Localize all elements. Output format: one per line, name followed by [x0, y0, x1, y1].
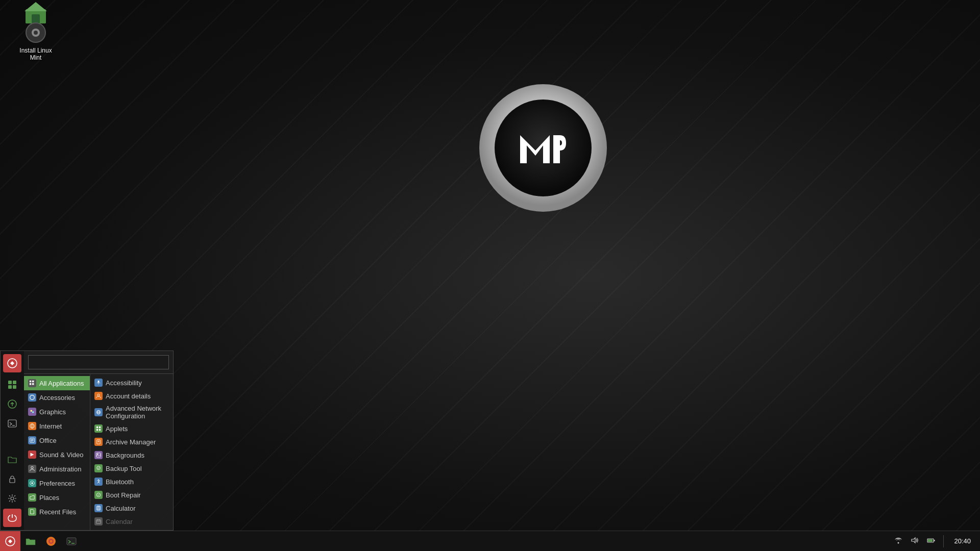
svg-marker-71: [912, 538, 915, 543]
menu-search-area: [24, 351, 173, 374]
category-all-label: All Applications: [39, 380, 84, 387]
sidebar-power-button[interactable]: [3, 509, 21, 527]
svg-rect-54: [97, 508, 98, 509]
sidebar-update-button[interactable]: [3, 395, 21, 413]
app-calculator-icon: [94, 504, 103, 512]
svg-rect-57: [97, 509, 98, 510]
category-accessories-label: Accessories: [39, 394, 75, 402]
svg-rect-74: [928, 539, 933, 542]
app-bluetooth[interactable]: Bluetooth: [90, 475, 173, 488]
svg-point-51: [96, 493, 101, 497]
app-calendar[interactable]: Calendar: [90, 515, 173, 528]
svg-point-26: [32, 411, 34, 413]
taskbar: 20:40: [0, 531, 980, 551]
taskbar-separator: [943, 535, 944, 547]
app-boot-repair[interactable]: Boot Repair: [90, 488, 173, 502]
category-places[interactable]: Places: [24, 490, 90, 505]
app-bluetooth-label: Bluetooth: [106, 478, 134, 486]
category-preferences-label: Preferences: [39, 480, 75, 487]
svg-point-28: [31, 424, 33, 429]
taskbar-start-button[interactable]: [0, 531, 20, 552]
svg-rect-11: [13, 381, 16, 384]
svg-point-8: [34, 31, 38, 35]
sidebar-mint-button[interactable]: [3, 354, 21, 372]
sidebar-terminal-button[interactable]: [3, 414, 21, 433]
app-advanced-network-icon: [94, 408, 103, 416]
desktop-icon-install-mint[interactable]: Install Linux Mint: [15, 20, 56, 61]
menu-search-input[interactable]: [28, 355, 169, 369]
svg-point-34: [31, 466, 33, 468]
svg-rect-44: [96, 429, 98, 431]
svg-point-27: [30, 424, 35, 429]
app-backup-tool[interactable]: Backup Tool: [90, 462, 173, 475]
app-advanced-network[interactable]: Advanced Network Configuration: [90, 403, 173, 422]
app-boot-repair-icon: [94, 491, 103, 499]
app-accessibility-icon: [94, 379, 103, 387]
app-backgrounds[interactable]: Backgrounds: [90, 448, 173, 462]
app-advanced-network-label: Advanced Network Configuration: [106, 405, 169, 420]
app-calculator[interactable]: Calculator: [90, 502, 173, 515]
start-menu: All Applications Accessories Graphics: [0, 350, 174, 531]
app-applets-icon: [94, 424, 103, 433]
taskbar-clock[interactable]: 20:40: [950, 537, 975, 545]
svg-rect-73: [934, 540, 935, 541]
svg-rect-59: [99, 509, 100, 510]
taskbar-terminal-button[interactable]: [61, 531, 82, 552]
category-administration[interactable]: Administration: [24, 462, 90, 476]
category-graphics-label: Graphics: [39, 408, 66, 416]
desktop: Home Install Linux Mint: [0, 0, 980, 551]
app-backup-tool-label: Backup Tool: [106, 465, 142, 472]
category-administration-label: Administration: [39, 465, 81, 473]
app-account-details[interactable]: Account details: [90, 389, 173, 403]
app-archive-manager-label: Archive Manager: [106, 438, 156, 446]
taskbar-firefox-button[interactable]: [41, 531, 61, 552]
svg-point-70: [898, 542, 899, 544]
app-archive-manager[interactable]: Archive Manager: [90, 435, 173, 448]
svg-point-24: [30, 395, 35, 400]
category-places-label: Places: [39, 494, 59, 502]
app-account-details-label: Account details: [106, 392, 151, 400]
app-bluetooth-icon: [94, 478, 103, 486]
svg-point-38: [97, 394, 100, 396]
app-boot-repair-label: Boot Repair: [106, 491, 141, 499]
svg-rect-43: [99, 427, 101, 428]
svg-point-35: [31, 482, 33, 484]
svg-rect-58: [98, 509, 99, 510]
tray-volume-icon[interactable]: [909, 535, 921, 547]
svg-rect-60: [96, 520, 101, 523]
svg-rect-42: [96, 427, 98, 428]
app-calendar-label: Calendar: [106, 518, 133, 525]
svg-rect-56: [99, 508, 100, 509]
menu-main: All Applications Accessories Graphics: [24, 351, 173, 530]
svg-point-19: [11, 497, 14, 500]
install-mint-icon: [23, 20, 48, 45]
app-accessibility-label: Accessibility: [106, 379, 142, 387]
category-all-applications[interactable]: All Applications: [24, 376, 90, 390]
sidebar-software-button[interactable]: [3, 375, 21, 394]
category-accessories[interactable]: Accessories: [24, 390, 90, 405]
app-backgrounds-icon: [94, 451, 103, 459]
category-graphics[interactable]: Graphics: [24, 405, 90, 419]
sidebar-settings-button[interactable]: [3, 489, 21, 508]
svg-rect-18: [10, 479, 15, 483]
menu-sidebar: [1, 351, 24, 530]
svg-rect-23: [32, 383, 34, 385]
tray-network-icon[interactable]: [892, 535, 904, 547]
category-recent-files[interactable]: Recent Files: [24, 505, 90, 519]
sidebar-lock-button[interactable]: [3, 470, 21, 488]
app-applets[interactable]: Applets: [90, 422, 173, 435]
app-accessibility[interactable]: Accessibility: [90, 376, 173, 389]
category-preferences[interactable]: Preferences: [24, 476, 90, 490]
category-sound-video[interactable]: Sound & Video: [24, 447, 90, 462]
taskbar-right: 20:40: [892, 535, 980, 547]
category-internet[interactable]: Internet: [24, 419, 90, 433]
svg-rect-55: [98, 508, 99, 509]
sidebar-files-button[interactable]: [3, 450, 21, 469]
app-account-details-icon: [94, 392, 103, 400]
category-internet-label: Internet: [39, 422, 62, 430]
tray-battery-icon[interactable]: [925, 535, 937, 547]
app-applets-label: Applets: [106, 425, 128, 433]
taskbar-filemanager-button[interactable]: [20, 531, 41, 552]
svg-rect-16: [8, 420, 16, 427]
category-office[interactable]: Office: [24, 433, 90, 447]
